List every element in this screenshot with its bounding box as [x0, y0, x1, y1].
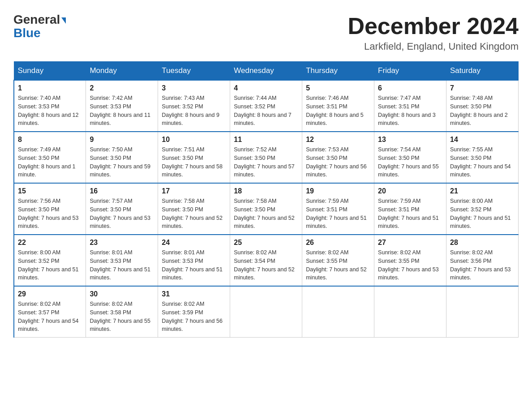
header-day-sunday: Sunday: [14, 62, 86, 81]
day-number: 28: [450, 239, 515, 247]
day-number: 26: [306, 239, 370, 247]
day-cell: 14 Sunrise: 7:55 AM Sunset: 3:50 PM Dayl…: [446, 132, 519, 183]
day-info: Sunrise: 7:44 AM Sunset: 3:52 PM Dayligh…: [234, 94, 298, 128]
header-day-monday: Monday: [86, 62, 158, 81]
day-number: 14: [450, 136, 515, 144]
logo-text: General: [13, 13, 66, 26]
week-row-1: 1 Sunrise: 7:40 AM Sunset: 3:53 PM Dayli…: [14, 80, 519, 132]
day-number: 20: [378, 187, 442, 195]
day-info: Sunrise: 7:56 AM Sunset: 3:50 PM Dayligh…: [18, 197, 82, 231]
day-info: Sunrise: 8:02 AM Sunset: 3:59 PM Dayligh…: [162, 300, 226, 334]
day-number: 9: [90, 136, 154, 144]
day-cell: [374, 286, 446, 338]
day-cell: [302, 286, 374, 338]
header-day-wednesday: Wednesday: [230, 62, 302, 81]
day-cell: 25 Sunrise: 8:02 AM Sunset: 3:54 PM Dayl…: [230, 235, 302, 286]
day-cell: 31 Sunrise: 8:02 AM Sunset: 3:59 PM Dayl…: [158, 286, 230, 338]
day-info: Sunrise: 8:00 AM Sunset: 3:52 PM Dayligh…: [18, 248, 82, 282]
day-info: Sunrise: 8:01 AM Sunset: 3:53 PM Dayligh…: [90, 248, 154, 282]
day-cell: 29 Sunrise: 8:02 AM Sunset: 3:57 PM Dayl…: [14, 286, 86, 338]
day-info: Sunrise: 7:47 AM Sunset: 3:51 PM Dayligh…: [378, 94, 442, 128]
day-info: Sunrise: 7:59 AM Sunset: 3:51 PM Dayligh…: [306, 197, 370, 231]
week-row-3: 15 Sunrise: 7:56 AM Sunset: 3:50 PM Dayl…: [14, 183, 519, 235]
day-number: 10: [162, 136, 226, 144]
day-number: 23: [90, 239, 154, 247]
day-cell: 13 Sunrise: 7:54 AM Sunset: 3:50 PM Dayl…: [374, 132, 446, 183]
day-number: 3: [162, 84, 226, 92]
day-info: Sunrise: 8:01 AM Sunset: 3:53 PM Dayligh…: [162, 248, 226, 282]
day-number: 24: [162, 239, 226, 247]
location: Larkfield, England, United Kingdom: [348, 41, 519, 52]
day-cell: 16 Sunrise: 7:57 AM Sunset: 3:50 PM Dayl…: [86, 183, 158, 235]
day-info: Sunrise: 8:02 AM Sunset: 3:56 PM Dayligh…: [450, 248, 515, 282]
header-day-saturday: Saturday: [446, 62, 519, 81]
day-cell: 12 Sunrise: 7:53 AM Sunset: 3:50 PM Dayl…: [302, 132, 374, 183]
day-number: 12: [306, 136, 370, 144]
day-number: 31: [162, 290, 226, 298]
day-cell: 27 Sunrise: 8:02 AM Sunset: 3:55 PM Dayl…: [374, 235, 446, 286]
day-cell: 4 Sunrise: 7:44 AM Sunset: 3:52 PM Dayli…: [230, 80, 302, 132]
day-cell: 15 Sunrise: 7:56 AM Sunset: 3:50 PM Dayl…: [14, 183, 86, 235]
header-day-thursday: Thursday: [302, 62, 374, 81]
week-row-2: 8 Sunrise: 7:49 AM Sunset: 3:50 PM Dayli…: [14, 132, 519, 183]
day-cell: 6 Sunrise: 7:47 AM Sunset: 3:51 PM Dayli…: [374, 80, 446, 132]
logo-blue: Blue: [13, 26, 41, 40]
day-info: Sunrise: 7:55 AM Sunset: 3:50 PM Dayligh…: [450, 146, 515, 179]
day-info: Sunrise: 7:43 AM Sunset: 3:52 PM Dayligh…: [162, 94, 226, 128]
day-cell: 28 Sunrise: 8:02 AM Sunset: 3:56 PM Dayl…: [446, 235, 519, 286]
day-cell: 18 Sunrise: 7:58 AM Sunset: 3:50 PM Dayl…: [230, 183, 302, 235]
day-number: 27: [378, 239, 442, 247]
day-cell: 11 Sunrise: 7:52 AM Sunset: 3:50 PM Dayl…: [230, 132, 302, 183]
day-number: 7: [450, 84, 515, 92]
title-section: December 2024 Larkfield, England, United…: [348, 13, 519, 52]
day-number: 17: [162, 187, 226, 195]
header-row: SundayMondayTuesdayWednesdayThursdayFrid…: [14, 62, 519, 81]
day-cell: 19 Sunrise: 7:59 AM Sunset: 3:51 PM Dayl…: [302, 183, 374, 235]
day-cell: 23 Sunrise: 8:01 AM Sunset: 3:53 PM Dayl…: [86, 235, 158, 286]
day-info: Sunrise: 7:52 AM Sunset: 3:50 PM Dayligh…: [234, 146, 298, 179]
day-cell: 8 Sunrise: 7:49 AM Sunset: 3:50 PM Dayli…: [14, 132, 86, 183]
calendar-table: SundayMondayTuesdayWednesdayThursdayFrid…: [13, 61, 519, 338]
day-number: 15: [18, 187, 82, 195]
day-number: 29: [18, 290, 82, 298]
day-cell: 7 Sunrise: 7:48 AM Sunset: 3:50 PM Dayli…: [446, 80, 519, 132]
day-info: Sunrise: 7:58 AM Sunset: 3:50 PM Dayligh…: [162, 197, 226, 231]
day-number: 19: [306, 187, 370, 195]
day-info: Sunrise: 8:02 AM Sunset: 3:55 PM Dayligh…: [378, 248, 442, 282]
day-info: Sunrise: 8:02 AM Sunset: 3:58 PM Dayligh…: [90, 300, 154, 334]
day-info: Sunrise: 7:54 AM Sunset: 3:50 PM Dayligh…: [378, 146, 442, 179]
day-info: Sunrise: 7:50 AM Sunset: 3:50 PM Dayligh…: [90, 146, 154, 179]
header-day-tuesday: Tuesday: [158, 62, 230, 81]
day-cell: [446, 286, 519, 338]
day-info: Sunrise: 7:42 AM Sunset: 3:53 PM Dayligh…: [90, 94, 154, 128]
day-info: Sunrise: 7:48 AM Sunset: 3:50 PM Dayligh…: [450, 94, 515, 128]
day-number: 16: [90, 187, 154, 195]
day-cell: 1 Sunrise: 7:40 AM Sunset: 3:53 PM Dayli…: [14, 80, 86, 132]
day-cell: 3 Sunrise: 7:43 AM Sunset: 3:52 PM Dayli…: [158, 80, 230, 132]
day-cell: [230, 286, 302, 338]
day-info: Sunrise: 7:58 AM Sunset: 3:50 PM Dayligh…: [234, 197, 298, 231]
day-info: Sunrise: 7:59 AM Sunset: 3:51 PM Dayligh…: [378, 197, 442, 231]
day-number: 5: [306, 84, 370, 92]
logo: General Blue: [13, 13, 66, 40]
day-info: Sunrise: 7:51 AM Sunset: 3:50 PM Dayligh…: [162, 146, 226, 179]
day-info: Sunrise: 8:02 AM Sunset: 3:57 PM Dayligh…: [18, 300, 82, 334]
day-info: Sunrise: 8:02 AM Sunset: 3:55 PM Dayligh…: [306, 248, 370, 282]
day-info: Sunrise: 7:40 AM Sunset: 3:53 PM Dayligh…: [18, 94, 82, 128]
day-cell: 10 Sunrise: 7:51 AM Sunset: 3:50 PM Dayl…: [158, 132, 230, 183]
day-cell: 22 Sunrise: 8:00 AM Sunset: 3:52 PM Dayl…: [14, 235, 86, 286]
day-number: 25: [234, 239, 298, 247]
day-number: 6: [378, 84, 442, 92]
day-number: 2: [90, 84, 154, 92]
day-number: 4: [234, 84, 298, 92]
day-info: Sunrise: 7:57 AM Sunset: 3:50 PM Dayligh…: [90, 197, 154, 231]
day-cell: 26 Sunrise: 8:02 AM Sunset: 3:55 PM Dayl…: [302, 235, 374, 286]
month-title: December 2024: [348, 13, 519, 39]
day-info: Sunrise: 7:46 AM Sunset: 3:51 PM Dayligh…: [306, 94, 370, 128]
day-number: 11: [234, 136, 298, 144]
day-cell: 24 Sunrise: 8:01 AM Sunset: 3:53 PM Dayl…: [158, 235, 230, 286]
day-info: Sunrise: 7:53 AM Sunset: 3:50 PM Dayligh…: [306, 146, 370, 179]
week-row-5: 29 Sunrise: 8:02 AM Sunset: 3:57 PM Dayl…: [14, 286, 519, 338]
day-cell: 5 Sunrise: 7:46 AM Sunset: 3:51 PM Dayli…: [302, 80, 374, 132]
day-info: Sunrise: 7:49 AM Sunset: 3:50 PM Dayligh…: [18, 146, 82, 179]
